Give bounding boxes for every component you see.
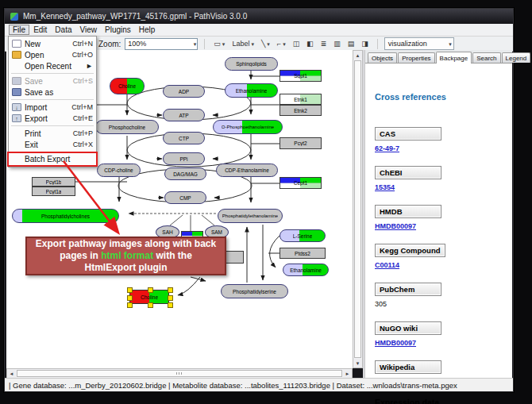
- stack-vertical-icon: ◨: [361, 40, 368, 48]
- title-bar[interactable]: Mm_Kennedy_pathway_WP1771_45176.gpml - P…: [5, 9, 513, 24]
- selection-handle[interactable]: [127, 287, 133, 293]
- node-cmp[interactable]: CMP: [164, 191, 206, 204]
- node-choline-selected[interactable]: Choline: [129, 290, 169, 304]
- app-icon: [10, 13, 18, 21]
- node-ctp[interactable]: CTP: [163, 132, 205, 144]
- align-center-icon[interactable]: ◫: [291, 38, 303, 50]
- node-o-phosphoethanolamine[interactable]: O-Phosphoethanolamine: [213, 120, 283, 134]
- menu-data[interactable]: Data: [51, 25, 75, 35]
- xref-link[interactable]: 62-49-7: [375, 144, 506, 152]
- selection-handle[interactable]: [148, 302, 153, 308]
- tab-legend[interactable]: Legend: [502, 52, 531, 63]
- xref-header: HMDB: [375, 205, 441, 218]
- menu-edit[interactable]: Edit: [29, 25, 51, 35]
- stack-vertical-icon[interactable]: ◨: [359, 38, 371, 50]
- datanode-tool-icon[interactable]: ▭▾: [211, 38, 227, 50]
- distribute-horizontal-icon: ≣: [321, 40, 327, 48]
- xref-header: CAS: [375, 127, 441, 140]
- xref-link[interactable]: C00114: [375, 261, 506, 269]
- selection-handle[interactable]: [127, 295, 133, 301]
- tab-backpage[interactable]: Backpage: [436, 52, 472, 63]
- toolbar-separator: [204, 39, 205, 49]
- file-menu-save[interactable]: SaveCtrl+S: [9, 75, 96, 87]
- node-choline-top[interactable]: Choline: [110, 78, 145, 94]
- file-menu-export[interactable]: ↑ExportCtrl+E: [9, 113, 96, 124]
- node-dag-mag[interactable]: DAG/MAG: [164, 167, 206, 180]
- canvas-vertical-scrollbar[interactable]: ▲ ▼: [353, 50, 363, 368]
- xref-header: Kegg Compound: [375, 244, 445, 257]
- node-pcyt1a[interactable]: Pcyt1a: [32, 187, 75, 196]
- file-menu-print[interactable]: PrintCtrl+P: [9, 128, 96, 139]
- tab-objects[interactable]: Objects: [368, 52, 397, 63]
- vertical-scroll-thumb[interactable]: [354, 60, 361, 358]
- node-adp[interactable]: ADP: [163, 85, 205, 98]
- node-pcyt1b[interactable]: Pcyt1b: [32, 177, 75, 187]
- scroll-right-icon[interactable]: ►: [343, 369, 352, 378]
- menu-file[interactable]: File: [9, 25, 29, 35]
- chevron-down-icon: ▾: [283, 41, 286, 47]
- import-icon: ↓: [12, 103, 21, 111]
- tab-properties[interactable]: Properties: [398, 52, 434, 63]
- node-cept1[interactable]: Cept1: [279, 177, 322, 189]
- file-menu-open[interactable]: OpenCtrl+O: [9, 49, 96, 60]
- export-icon: ↑: [12, 114, 21, 122]
- node-sgpl1[interactable]: Sgpl1: [279, 70, 322, 82]
- line-tool-icon[interactable]: ╲▾: [259, 38, 272, 50]
- align-middle-icon[interactable]: ◧: [304, 38, 316, 50]
- node-cdp-ethanolamine[interactable]: CDP-Ethanolamine: [216, 164, 278, 177]
- xref-section: NuGO wikiHMDB00097: [375, 320, 506, 347]
- node-ppi[interactable]: PPi: [163, 152, 205, 165]
- node-ptdss2[interactable]: Ptdss2: [279, 248, 326, 259]
- xref-header: Wikipedia: [375, 360, 441, 374]
- selection-handle[interactable]: [127, 302, 133, 308]
- scroll-up-icon[interactable]: ▲: [353, 51, 362, 60]
- node-etnk2[interactable]: Etnk2: [279, 105, 322, 116]
- file-menu-open-recent[interactable]: Open Recent►: [9, 60, 96, 71]
- selection-handle[interactable]: [168, 295, 173, 301]
- node-l-serine[interactable]: L-Serine: [279, 229, 326, 242]
- xref-link[interactable]: HMDB00097: [375, 339, 506, 347]
- side-panel: ObjectsPropertiesBackpageSearchLegend Cr…: [364, 50, 512, 379]
- xref-link[interactable]: HMDB00097: [375, 222, 506, 230]
- node-gene-hidden[interactable]: [225, 251, 244, 264]
- node-phosphatidylserine[interactable]: Phosphatidylserine: [221, 284, 288, 298]
- horizontal-scroll-thumb[interactable]: [17, 370, 342, 377]
- node-etnk1[interactable]: Etnk1: [279, 94, 322, 105]
- xref-link[interactable]: 15354: [375, 183, 506, 191]
- label-tool-icon[interactable]: Label▾: [229, 38, 256, 50]
- selection-handle[interactable]: [168, 302, 173, 308]
- selection-handle[interactable]: [148, 287, 153, 293]
- file-menu-batch-export[interactable]: Batch Export: [9, 153, 96, 165]
- tab-search[interactable]: Search: [472, 52, 500, 63]
- visualization-combobox[interactable]: visualization ▾: [384, 37, 454, 50]
- status-bar: | Gene database: ...m_Derby_20120602.bri…: [5, 378, 513, 391]
- file-menu-new[interactable]: NewCtrl+N: [9, 38, 96, 49]
- xref-header: ChEBI: [375, 166, 441, 179]
- desktop: { "window": {"title": "Mm_Kennedy_pathwa…: [0, 0, 532, 404]
- connector-tool-icon[interactable]: ⌐▾: [275, 38, 288, 50]
- file-menu-exit[interactable]: ExitCtrl+X: [9, 139, 96, 150]
- node-ethanolamine-top[interactable]: Ethanolamine: [225, 83, 278, 98]
- node-ethanolamine-bottom[interactable]: Ethanolamine: [283, 264, 329, 276]
- node-atp[interactable]: ATP: [163, 109, 205, 121]
- scroll-down-icon[interactable]: ▼: [353, 359, 362, 367]
- node-sphingolipids[interactable]: Sphingolipids: [225, 57, 278, 71]
- menu-help[interactable]: Help: [135, 25, 160, 35]
- stack-horizontal-icon[interactable]: ▤: [345, 38, 357, 50]
- file-menu-save-as[interactable]: Save as: [9, 87, 96, 98]
- node-pcyt2[interactable]: Pcyt2: [279, 137, 322, 149]
- node-cdp-choline[interactable]: CDP-choline: [97, 164, 141, 177]
- scroll-left-icon[interactable]: ◄: [7, 369, 16, 378]
- xref-section: PubChem305: [375, 281, 506, 308]
- node-phosphocholine[interactable]: Phosphocholine: [95, 120, 159, 134]
- menu-plugins[interactable]: Plugins: [101, 25, 135, 35]
- file-menu-import[interactable]: ↓ImportCtrl+M: [9, 102, 96, 113]
- distribute-vertical-icon[interactable]: ▥: [331, 38, 343, 50]
- distribute-horizontal-icon[interactable]: ≣: [318, 38, 330, 50]
- menu-view[interactable]: View: [75, 25, 101, 35]
- selection-handle[interactable]: [168, 287, 173, 293]
- zoom-combobox[interactable]: 100% ▾: [125, 38, 198, 50]
- distribute-vertical-icon: ▥: [333, 40, 341, 48]
- node-phosphatidylcholines[interactable]: Phosphatidylcholines: [12, 209, 119, 223]
- node-phosphatidylethanolamine[interactable]: Phosphatidylethanolamine: [218, 209, 283, 223]
